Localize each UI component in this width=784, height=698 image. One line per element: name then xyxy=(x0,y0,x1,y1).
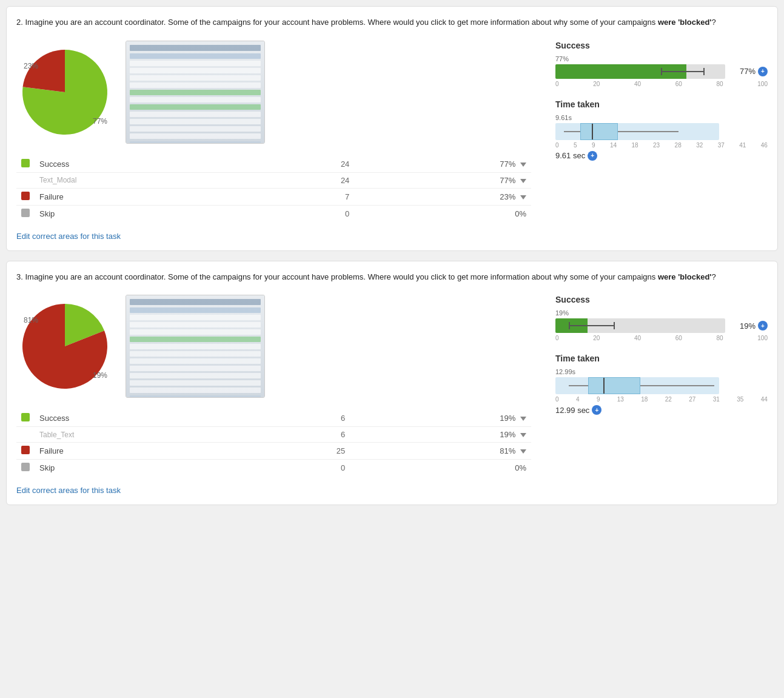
stats-row: Failure 7 23% xyxy=(16,188,531,205)
screenshot-thumbnail xyxy=(126,41,265,144)
stat-label: Success xyxy=(35,156,264,173)
stat-pct: 0% xyxy=(354,205,531,222)
info-icon[interactable]: + xyxy=(758,321,768,331)
axis-label: 60 xyxy=(675,335,682,341)
stats-row: Skip 0 0% xyxy=(16,460,531,477)
time-axis-label: 14 xyxy=(610,142,617,149)
stat-color-dot xyxy=(21,192,30,200)
stat-label: Success xyxy=(35,410,258,427)
bar-value-text: 77% xyxy=(740,67,756,76)
bar-track xyxy=(555,318,725,333)
stat-label: Skip xyxy=(35,460,258,477)
bar-track xyxy=(555,64,725,79)
axis-label: 100 xyxy=(757,81,768,87)
axis-label: 0 xyxy=(555,81,559,87)
stat-color-dot xyxy=(21,446,30,454)
bar-value-label: 77% + xyxy=(740,67,768,76)
stat-color-dot xyxy=(21,463,30,471)
pie-label-success: 19% xyxy=(93,371,107,380)
axis-label: 80 xyxy=(717,81,723,87)
time-info-icon[interactable]: + xyxy=(592,405,601,415)
stat-count: 25 xyxy=(258,443,350,460)
stats-row: Success 24 77% xyxy=(16,156,531,173)
stat-count: 7 xyxy=(264,188,354,205)
time-value-text: 12.99 sec xyxy=(555,406,589,415)
stats-row: Table_Text 6 19% xyxy=(16,427,531,443)
time-value-display: 9.61 sec + xyxy=(555,151,768,161)
stat-count: 24 xyxy=(264,172,354,188)
time-axis-label: 5 xyxy=(574,142,577,149)
task-question: 3. Imagine you are an account coordinato… xyxy=(16,271,768,283)
time-axis-label: 41 xyxy=(739,142,746,149)
axis-label: 80 xyxy=(717,335,723,341)
success-chart: Success 77% xyxy=(555,41,768,87)
success-chart: Success 19% xyxy=(555,295,768,341)
edit-correct-areas-link[interactable]: Edit correct areas for this task xyxy=(16,486,121,495)
time-value-text: 9.61 sec xyxy=(555,151,585,160)
whisker-left xyxy=(564,131,580,132)
time-axis-label: 28 xyxy=(675,142,682,149)
time-axis-label: 22 xyxy=(665,396,672,403)
stat-label: Failure xyxy=(35,188,264,205)
filter-icon[interactable] xyxy=(520,433,526,437)
stat-color-dot xyxy=(21,159,30,167)
stat-count: 6 xyxy=(258,410,350,427)
pie-label-failure: 81% xyxy=(24,316,38,324)
filter-icon[interactable] xyxy=(520,163,526,167)
stat-pct: 19% xyxy=(350,410,531,427)
stat-pct: 23% xyxy=(354,188,531,205)
time-axis-label: 0 xyxy=(555,396,559,403)
filter-icon[interactable] xyxy=(520,179,526,183)
stats-table: Success 6 19% Table_Text 6 19% Failure 2… xyxy=(16,410,531,476)
boxplot-track xyxy=(555,377,719,394)
time-chart: Time taken 9.61s 059141823 xyxy=(555,99,768,161)
stats-row: Text_Modal 24 77% xyxy=(16,172,531,188)
axis-label: 0 xyxy=(555,335,559,341)
boxplot-track xyxy=(555,123,719,140)
charts-panel: Success 19% xyxy=(543,295,768,427)
time-axis-label: 23 xyxy=(653,142,660,149)
stat-pct: 0% xyxy=(350,460,531,477)
median-line xyxy=(592,124,593,139)
time-chart-title: Time taken xyxy=(555,354,768,363)
time-axis-label: 32 xyxy=(696,142,703,149)
time-label-above: 9.61s xyxy=(555,114,768,121)
stats-table: Success 24 77% Text_Modal 24 77% Failure… xyxy=(16,156,531,222)
stat-label: Text_Modal xyxy=(35,172,264,188)
axis-label: 20 xyxy=(593,81,600,87)
stats-row: Skip 0 0% xyxy=(16,205,531,222)
axis-label: 60 xyxy=(675,81,682,87)
time-chart-title: Time taken xyxy=(555,99,768,109)
time-axis-label: 31 xyxy=(713,396,720,403)
axis-label: 40 xyxy=(634,81,641,87)
time-chart: Time taken 12.99s 04913182 xyxy=(555,354,768,415)
time-axis-labels: 04913182227313544 xyxy=(555,396,768,403)
time-axis-label: 18 xyxy=(632,142,638,149)
stat-count: 0 xyxy=(264,205,354,222)
pie-label-failure: 23% xyxy=(24,62,38,70)
median-line xyxy=(603,378,605,394)
success-bar-container: 19% 19% xyxy=(555,309,768,341)
stat-count: 0 xyxy=(258,460,350,477)
whisker-right xyxy=(640,385,714,386)
filter-icon[interactable] xyxy=(520,417,526,421)
time-info-icon[interactable]: + xyxy=(588,151,597,161)
stat-pct: 77% xyxy=(354,172,531,188)
filter-icon[interactable] xyxy=(520,449,526,454)
bar-value-text: 19% xyxy=(740,321,756,331)
success-chart-title: Success xyxy=(555,295,768,304)
pie-chart: 23% 77% xyxy=(16,44,113,141)
charts-panel: Success 77% xyxy=(543,41,768,173)
time-axis-label: 37 xyxy=(718,142,725,149)
bar-label-above: 77% xyxy=(555,55,768,62)
info-icon[interactable]: + xyxy=(758,67,768,76)
filter-icon[interactable] xyxy=(520,195,526,200)
time-axis-label: 13 xyxy=(617,396,624,403)
axis-label: 40 xyxy=(634,335,641,341)
axis-label: 20 xyxy=(593,335,600,341)
stat-label: Failure xyxy=(35,443,258,460)
edit-link-container: Edit correct areas for this task xyxy=(16,232,531,241)
task-question: 2. Imagine you are an account coordinato… xyxy=(16,16,768,29)
edit-correct-areas-link[interactable]: Edit correct areas for this task xyxy=(16,232,121,241)
axis-labels: 020406080100 xyxy=(555,81,768,87)
